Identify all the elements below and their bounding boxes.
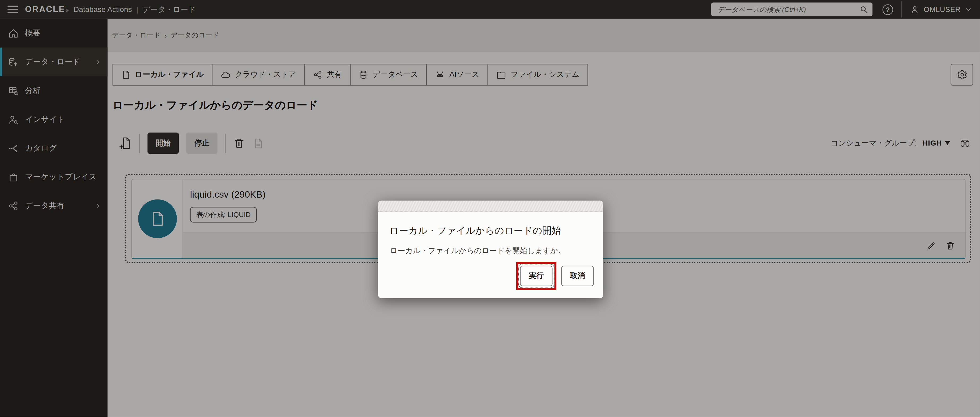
dialog-message: ローカル・ファイルからのロードを開始しますか。: [390, 246, 603, 256]
cancel-button[interactable]: 取消: [561, 266, 593, 286]
target-annotation-box: 実行: [516, 262, 557, 290]
run-button[interactable]: 実行: [520, 266, 552, 286]
database-actions-app: ORACLE ® Database Actions | データ・ロード ? OM…: [0, 0, 980, 417]
start-load-dialog: ローカル・ファイルからのロードの開始 ローカル・ファイルからのロードを開始します…: [378, 201, 603, 298]
dialog-header-strip: [378, 201, 603, 212]
dialog-buttons: 実行 取消: [516, 262, 594, 290]
dialog-title: ローカル・ファイルからのロードの開始: [389, 225, 603, 237]
